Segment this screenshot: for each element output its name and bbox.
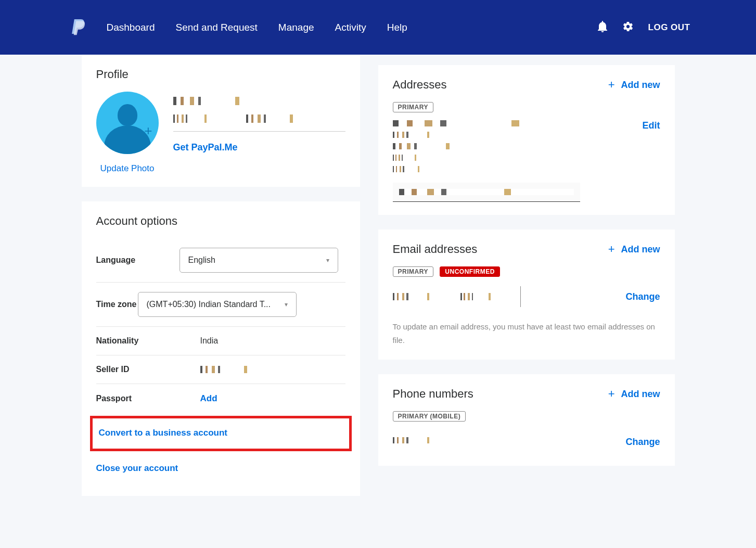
phones-add-new[interactable]: + Add new [608,388,660,400]
close-account-link[interactable]: Close your account [96,463,178,473]
profile-account-type-redacted [173,114,225,123]
option-row-nationality: Nationality India [96,327,345,355]
emails-add-new[interactable]: + Add new [608,244,660,255]
profile-name-redacted [173,97,277,105]
paypal-me-link[interactable]: Get PayPal.Me [173,142,345,153]
paypal-logo-icon[interactable] [71,18,86,37]
convert-highlight: Convert to a business account [90,416,352,451]
seller-id-label: Seller ID [96,365,180,374]
address-edit-link[interactable]: Edit [643,120,660,131]
logout-button[interactable]: LOG OUT [648,22,690,33]
language-value: English [188,256,215,265]
language-label: Language [96,256,180,265]
bell-icon[interactable] [597,21,608,34]
nav-manage[interactable]: Manage [278,22,314,33]
account-options-title: Account options [96,214,345,228]
phones-title: Phone numbers [393,387,473,401]
nav-help[interactable]: Help [387,22,407,33]
email-redacted [393,286,523,307]
primary-badge: PRIMARY [393,102,433,112]
option-row-seller-id: Seller ID [96,355,345,384]
main-header: Dashboard Send and Request Manage Activi… [0,0,756,55]
chevron-down-icon: ▾ [326,257,329,264]
profile-email-redacted [246,114,319,123]
nav-send-request[interactable]: Send and Request [175,22,257,33]
update-photo-link[interactable]: Update Photo [96,163,159,174]
address-footer-redacted [393,183,580,202]
language-select[interactable]: English ▾ [180,248,338,273]
phone-change-link[interactable]: Change [625,437,660,448]
addresses-card: Addresses + Add new PRIMARY Edit [378,65,675,215]
primary-mobile-badge: PRIMARY (MOBILE) [393,411,466,422]
option-row-passport: Passport Add [96,384,345,413]
profile-title: Profile [96,68,345,81]
main-nav: Dashboard Send and Request Manage Activi… [107,22,407,33]
email-change-link[interactable]: Change [625,291,660,302]
timezone-value: (GMT+05:30) Indian Standard T... [147,300,271,309]
nationality-label: Nationality [96,336,180,346]
plus-icon: + [608,79,615,91]
profile-card: Profile + Update Photo Get [82,55,360,187]
option-row-language: Language English ▾ [96,238,345,283]
gear-icon[interactable] [622,21,634,34]
emails-title: Email addresses [393,243,478,256]
option-row-timezone: Time zone (GMT+05:30) Indian Standard T.… [96,283,345,327]
phones-card: Phone numbers + Add new PRIMARY (MOBILE)… [378,374,675,466]
timezone-select[interactable]: (GMT+05:30) Indian Standard T... ▾ [138,292,297,317]
addresses-title: Addresses [393,78,447,92]
emails-card: Email addresses + Add new PRIMARY UNCONF… [378,230,675,360]
phone-redacted [393,437,450,443]
convert-business-link[interactable]: Convert to a business account [99,428,228,438]
nav-dashboard[interactable]: Dashboard [107,22,155,33]
passport-label: Passport [96,394,180,403]
address-redacted [393,120,591,177]
nationality-value: India [180,336,345,346]
plus-icon: + [608,388,615,400]
unconfirmed-badge: UNCONFIRMED [440,266,500,277]
seller-id-redacted [200,366,273,373]
plus-icon: + [144,123,152,139]
passport-add-link[interactable]: Add [200,393,217,403]
account-options-card: Account options Language English ▾ Time … [82,201,360,496]
chevron-down-icon: ▾ [285,301,288,308]
primary-badge: PRIMARY [393,266,433,277]
email-note: To update an email address, you must hav… [393,320,660,347]
nav-activity[interactable]: Activity [335,22,366,33]
addresses-add-new[interactable]: + Add new [608,79,660,91]
plus-icon: + [608,244,615,255]
avatar-icon[interactable]: + [96,92,159,154]
